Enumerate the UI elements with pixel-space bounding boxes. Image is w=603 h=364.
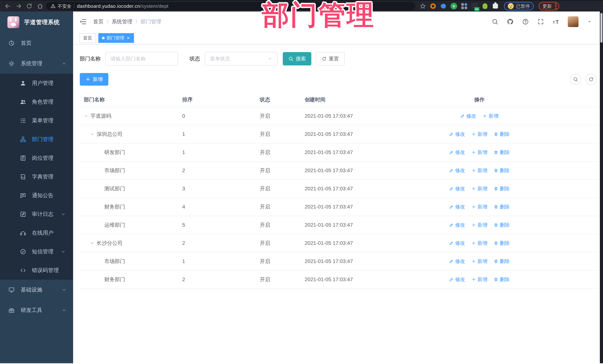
row-delete-action[interactable]: 删除 — [494, 167, 510, 174]
row-add-action[interactable]: 新增 — [471, 203, 487, 210]
row-edit-action[interactable]: 修改 — [449, 203, 465, 210]
close-icon[interactable] — [126, 36, 130, 40]
github-icon[interactable] — [507, 18, 514, 25]
sidebar-item-系统管理[interactable]: 系统管理 — [0, 53, 73, 74]
trash-icon — [494, 277, 498, 282]
row-delete-action[interactable]: 删除 — [494, 222, 510, 228]
home-icon[interactable] — [36, 2, 44, 10]
row-add-action[interactable]: 新增 — [471, 240, 487, 246]
blue-drop-icon[interactable] — [440, 3, 447, 10]
tab-paused-extension-pill[interactable]: 已暂停 — [504, 2, 534, 10]
expand-caret-icon[interactable] — [84, 114, 88, 118]
reload-icon[interactable] — [25, 2, 33, 10]
sidebar-item-菜单管理[interactable]: 菜单管理 — [0, 111, 73, 130]
android-figure-icon[interactable] — [482, 3, 488, 10]
breadcrumb-home[interactable]: 首页 — [93, 18, 104, 25]
row-add-action[interactable]: 新增 — [471, 167, 487, 174]
sidebar-item-错误码管理[interactable]: 错误码管理 — [0, 261, 73, 280]
row-edit-action[interactable]: 修改 — [449, 149, 465, 156]
sidebar-item-字典管理[interactable]: 字典管理 — [0, 167, 73, 186]
sidebar-item-通知公告[interactable]: 通知公告 — [0, 186, 73, 205]
url-text[interactable]: dashboard.yudao.iocoder.cn/system/dept — [77, 3, 168, 9]
browser-update-button[interactable]: 更新 — [539, 2, 559, 10]
action-label: 修改 — [455, 167, 465, 174]
sidebar-item-label: 在线用户 — [32, 229, 53, 237]
sidebar-item-岗位管理[interactable]: 岗位管理 — [0, 149, 73, 167]
user-avatar[interactable] — [568, 16, 579, 27]
sidebar-item-审计日志[interactable]: 审计日志 — [0, 205, 73, 223]
tag-home[interactable]: 首页 — [79, 33, 96, 43]
expand-caret-icon[interactable] — [90, 241, 94, 245]
sidebar-item-短信管理[interactable]: 短信管理 — [0, 242, 73, 261]
breadcrumb-system[interactable]: 系统管理 — [112, 18, 132, 25]
row-edit-action[interactable]: 修改 — [449, 131, 465, 138]
question-icon[interactable] — [522, 18, 529, 25]
tab-grid-icon[interactable] — [461, 3, 468, 10]
sidebar-item-基础设施[interactable]: 基础设施 — [0, 280, 73, 300]
green-check-icon[interactable]: v — [451, 3, 457, 10]
forward-icon[interactable] — [14, 2, 23, 10]
row-delete-action[interactable]: 删除 — [494, 131, 510, 138]
row-edit-action[interactable]: 修改 — [449, 185, 465, 192]
sidebar-item-label: 部门管理 — [32, 136, 53, 143]
kebab-icon[interactable] — [555, 3, 557, 9]
dept-name-input[interactable] — [105, 52, 178, 66]
row-edit-action[interactable]: 修改 — [449, 258, 465, 265]
status-select[interactable]: 菜单状态 — [205, 52, 278, 66]
reset-button[interactable]: 重置 — [316, 52, 345, 66]
sidebar-item-在线用户[interactable]: 在线用户 — [0, 223, 73, 242]
bookmark-star-icon[interactable] — [420, 3, 426, 9]
plus-icon — [85, 77, 91, 82]
sidebar-submenu: 用户管理角色管理菜单管理部门管理岗位管理字典管理通知公告审计日志在线用户短信管理… — [0, 74, 73, 280]
headset-icon — [19, 230, 27, 236]
search-icon[interactable] — [492, 18, 498, 25]
sidebar-logo-row[interactable]: 芋道管理系统 — [0, 11, 73, 33]
row-edit-action[interactable]: 修改 — [449, 240, 465, 246]
refresh-table-button[interactable] — [586, 74, 597, 85]
fullscreen-icon[interactable] — [537, 18, 544, 25]
row-delete-action[interactable]: 删除 — [494, 258, 510, 265]
row-edit-action[interactable]: 修改 — [449, 222, 465, 228]
row-add-action[interactable]: 新增 — [471, 258, 487, 265]
dept-name: 深圳总公司 — [97, 131, 123, 138]
sidebar-item-研发工具[interactable]: 研发工具 — [0, 300, 73, 320]
address-bar[interactable]: 不安全 dashboard.yudao.iocoder.cn/system/de… — [46, 2, 415, 10]
add-button-label: 新增 — [93, 76, 103, 83]
row-delete-action[interactable]: 删除 — [494, 240, 510, 246]
adblock-ring-icon[interactable] — [430, 3, 436, 10]
scrollbar-thumb[interactable] — [600, 13, 603, 43]
row-delete-action[interactable]: 删除 — [494, 149, 510, 156]
back-icon[interactable] — [4, 2, 12, 10]
security-indicator[interactable]: 不安全 — [50, 3, 71, 9]
sidebar-item-部门管理[interactable]: 部门管理 — [0, 130, 73, 149]
row-add-action[interactable]: 新增 — [483, 113, 499, 119]
row-edit-action[interactable]: 修改 — [449, 167, 465, 174]
tag-dept-management[interactable]: 部门管理 — [98, 33, 134, 43]
add-button[interactable]: 新增 — [80, 73, 108, 86]
row-add-action[interactable]: 新增 — [471, 276, 487, 283]
row-delete-action[interactable]: 删除 — [494, 185, 510, 192]
hamburger-icon[interactable] — [79, 18, 87, 25]
table-row: 长沙分公司2开启2021-01-05 17:03:47修改新增删除 — [80, 234, 600, 253]
font-size-icon[interactable]: TT — [553, 18, 559, 25]
row-edit-action[interactable]: 修改 — [449, 276, 465, 283]
sidebar-item-角色管理[interactable]: 角色管理 — [0, 92, 73, 111]
search-button[interactable]: 搜索 — [283, 52, 311, 66]
status-cell: 开启 — [256, 258, 301, 265]
row-add-action[interactable]: 新增 — [471, 131, 487, 138]
puzzle-icon[interactable] — [492, 3, 499, 10]
row-add-action[interactable]: 新增 — [471, 185, 487, 192]
page-scrollbar[interactable] — [600, 11, 603, 363]
row-edit-action[interactable]: 修改 — [460, 113, 476, 119]
onetab-icon[interactable]: on — [471, 3, 478, 10]
sidebar-item-首页[interactable]: 首页 — [0, 33, 73, 53]
toggle-search-button[interactable] — [570, 74, 581, 85]
row-add-action[interactable]: 新增 — [471, 222, 487, 228]
expand-caret-icon[interactable] — [90, 132, 94, 136]
row-delete-action[interactable]: 删除 — [494, 276, 510, 283]
caret-down-icon[interactable] — [587, 19, 592, 24]
breadcrumb-separator: / — [136, 19, 137, 25]
row-delete-action[interactable]: 删除 — [494, 203, 510, 210]
row-add-action[interactable]: 新增 — [471, 149, 487, 156]
sidebar-item-用户管理[interactable]: 用户管理 — [0, 74, 73, 92]
